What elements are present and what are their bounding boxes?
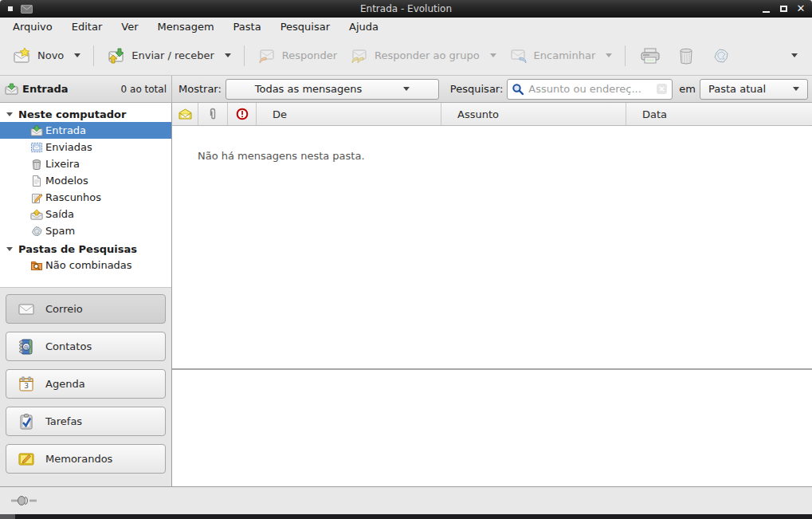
mail-read-icon <box>178 108 192 120</box>
menu-editar[interactable]: Editar <box>62 19 112 34</box>
filter-value: Todas as mensagens <box>255 83 363 95</box>
message-list[interactable]: Não há mensagens nesta pasta. <box>172 126 812 368</box>
reply-label: Responder <box>282 49 337 61</box>
folder-item-modelos[interactable]: Modelos <box>0 172 171 189</box>
column-attachment[interactable] <box>198 103 228 125</box>
search-input[interactable] <box>528 83 656 95</box>
outbox-icon <box>30 208 43 221</box>
close-button[interactable]: ✕ <box>796 3 806 14</box>
reply-group-button[interactable]: Responder ao grupo <box>343 41 503 70</box>
scope-value: Pasta atual <box>708 83 766 95</box>
toolbar-separator <box>244 45 245 66</box>
mail-icon <box>18 301 35 318</box>
send-receive-label: Enviar / receber <box>131 49 214 61</box>
trash-icon <box>677 46 696 65</box>
search-group-row[interactable]: Pastas de Pesquisas <box>0 241 171 257</box>
paperclip-icon <box>208 108 218 120</box>
expander-icon[interactable] <box>6 247 13 251</box>
menu-arquivo[interactable]: Arquivo <box>3 19 62 34</box>
in-label: em <box>679 83 696 95</box>
reply-icon <box>257 46 277 65</box>
message-list-header: De Assunto Data <box>172 103 812 126</box>
menubar: Arquivo Editar Ver Mensagem Pasta Pesqui… <box>0 18 812 36</box>
current-folder-panel: Entrada 0 ao total <box>0 76 172 102</box>
inbox-icon <box>5 83 18 95</box>
folder-item-entrada[interactable]: Entrada <box>0 122 171 139</box>
expander-icon[interactable] <box>6 112 13 116</box>
scope-dropdown-arrow-icon <box>793 87 799 91</box>
toolbar-separator <box>93 45 94 66</box>
priority-icon <box>236 108 249 120</box>
column-priority[interactable] <box>228 103 257 125</box>
folder-item-lixeira[interactable]: Lixeira <box>0 155 171 172</box>
delete-button[interactable] <box>669 41 704 70</box>
message-filter-dropdown[interactable]: Todas as mensagens <box>226 79 439 100</box>
forward-dropdown-icon[interactable] <box>606 53 612 57</box>
folder-item-spam[interactable]: Spam <box>0 222 171 239</box>
send-receive-button[interactable]: Enviar / receber <box>100 41 237 70</box>
maximize-button[interactable] <box>779 3 788 14</box>
printer-icon <box>640 46 661 65</box>
clear-search-icon[interactable] <box>656 83 668 95</box>
account-group-row[interactable]: Neste computador <box>0 106 171 122</box>
folder-item-rascunhos[interactable]: Rascunhos <box>0 189 171 206</box>
menu-pesquisar[interactable]: Pesquisar <box>271 19 339 34</box>
overflow-arrow-icon <box>791 53 798 57</box>
minimize-button[interactable] <box>761 3 771 14</box>
switcher-contatos-button[interactable]: @ Contatos <box>6 332 166 361</box>
search-icon[interactable] <box>512 83 524 96</box>
memos-icon <box>18 450 35 468</box>
templates-icon <box>30 175 43 187</box>
titlebar[interactable]: Entrada - Evolution ✕ <box>0 0 812 18</box>
svg-text:@: @ <box>24 344 29 350</box>
tasks-icon <box>18 413 35 431</box>
switcher-memorandos-button[interactable]: Memorandos <box>6 444 166 474</box>
reply-group-dropdown-icon[interactable] <box>490 53 496 57</box>
menu-ajuda[interactable]: Ajuda <box>339 19 388 34</box>
column-date[interactable]: Data <box>626 103 812 125</box>
menu-ver[interactable]: Ver <box>112 19 147 34</box>
reply-group-icon <box>350 46 369 65</box>
menu-pasta[interactable]: Pasta <box>224 19 271 34</box>
switcher-tarefas-button[interactable]: Tarefas <box>6 407 166 436</box>
search-group-label: Pastas de Pesquisas <box>18 243 137 255</box>
sent-icon <box>30 141 43 154</box>
forward-label: Encaminhar <box>534 49 596 61</box>
send-receive-dropdown-icon[interactable] <box>225 53 231 57</box>
column-subject[interactable]: Assunto <box>441 103 626 125</box>
reply-button[interactable]: Responder <box>251 41 343 70</box>
toolbar-overflow-button[interactable] <box>783 49 806 62</box>
trash-icon <box>30 158 43 171</box>
new-mail-icon <box>13 46 32 65</box>
new-button[interactable]: Novo <box>6 41 87 70</box>
account-label: Neste computador <box>18 108 126 120</box>
sidebar: Neste computador Entrada Enviadas <box>0 103 172 486</box>
folder-item-saida[interactable]: Saída <box>0 206 171 222</box>
junk-button[interactable] <box>704 41 739 70</box>
online-status-icon[interactable] <box>10 494 37 507</box>
statusbar <box>0 486 812 514</box>
filter-dropdown-arrow-icon <box>403 87 410 91</box>
svg-text:3: 3 <box>24 382 29 390</box>
junk-icon <box>30 225 43 238</box>
contacts-icon: @ <box>18 338 35 356</box>
inbox-icon <box>30 124 43 137</box>
switcher-agenda-button[interactable]: 3 Agenda <box>6 369 166 399</box>
folder-item-nao-combinadas[interactable]: Não combinadas <box>0 257 171 273</box>
folder-item-enviadas[interactable]: Enviadas <box>0 139 171 155</box>
new-dropdown-icon[interactable] <box>74 53 80 57</box>
message-pane: De Assunto Data Não há mensagens nesta p… <box>172 103 812 486</box>
search-scope-dropdown[interactable]: Pasta atual <box>700 79 808 100</box>
forward-button[interactable]: Encaminhar <box>503 41 619 70</box>
preview-pane[interactable] <box>172 370 812 486</box>
column-from[interactable]: De <box>257 103 441 125</box>
calendar-icon: 3 <box>18 375 35 393</box>
menu-mensagem[interactable]: Mensagem <box>148 19 224 34</box>
folder-tree: Neste computador Entrada Enviadas <box>0 103 171 287</box>
view-switcher: Correio @ Contatos 3 Agenda <box>0 287 171 486</box>
current-folder-name: Entrada <box>22 83 69 95</box>
print-button[interactable] <box>632 41 669 70</box>
new-button-label: Novo <box>37 49 64 61</box>
column-read-status[interactable] <box>172 103 198 125</box>
switcher-correio-button[interactable]: Correio <box>6 294 166 324</box>
